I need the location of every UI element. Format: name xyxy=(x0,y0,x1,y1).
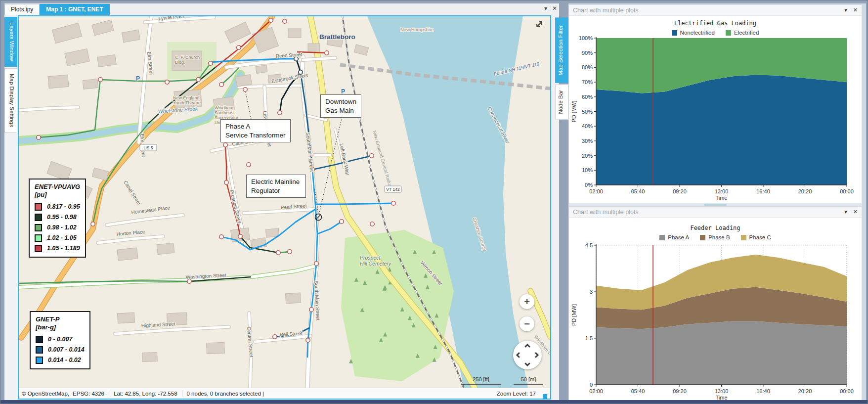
legend-series-label: Nonelectrified xyxy=(680,30,715,36)
fullscreen-arrow-icon[interactable] xyxy=(535,20,543,28)
x-tick-label: 09:20 xyxy=(673,188,687,194)
legend-swatch xyxy=(36,346,43,354)
dock-tab-map-selection-filter[interactable]: Map Selection Filter xyxy=(555,18,568,83)
legend-range-label: 0 - 0.007 xyxy=(48,336,72,343)
network-node xyxy=(247,163,251,167)
legend-swatch xyxy=(35,234,42,242)
legend-title: GNET-P [bar-g] xyxy=(36,315,85,332)
network-node xyxy=(370,222,374,226)
zoom-in-button[interactable]: + xyxy=(520,294,534,309)
osm-copyright: © OpenStreetMap, xyxy=(22,391,69,397)
x-tick-label: 13:00 xyxy=(715,188,729,194)
network-node xyxy=(340,220,344,224)
legend-series-label: Phase B xyxy=(708,234,730,240)
legend-swatch xyxy=(35,245,42,252)
close-icon[interactable]: ✕ xyxy=(552,5,557,12)
y-tick-label: 40% xyxy=(582,123,593,129)
tab-map1-gnet-enet[interactable]: Map 1 : GNET, ENET xyxy=(40,4,109,15)
network-node xyxy=(273,335,277,339)
legend-swatch xyxy=(35,214,42,221)
network-node xyxy=(209,61,213,65)
network-node xyxy=(283,19,287,23)
map-label: New Hampshire xyxy=(400,27,434,32)
y-tick-label: 10% xyxy=(582,167,593,173)
legend-entry: 0.014 - 0.02 xyxy=(36,357,85,364)
tab-plots-ipy[interactable]: Plots.ipy xyxy=(4,4,40,15)
legend-series-label: Electrified xyxy=(734,30,759,36)
legend-series-label: Phase A xyxy=(668,234,689,240)
x-tick-label: 09:20 xyxy=(673,388,687,394)
pan-control[interactable] xyxy=(513,341,542,369)
building xyxy=(48,75,69,88)
legend-swatch xyxy=(659,235,665,240)
legend-entry: 1.05 - 1.189 xyxy=(35,245,80,252)
chart-plot[interactable]: 0%10%20%30%40%50%60%70%80%90%100%02:0005… xyxy=(569,16,862,203)
building xyxy=(308,44,320,51)
map-annotation[interactable]: Phase AService Transformer xyxy=(220,119,291,142)
map-canvas[interactable]: Lynde PlaceElm StreetElm StreetCanal Str… xyxy=(19,16,550,388)
close-icon[interactable]: ✕ xyxy=(853,7,858,13)
legend-range-label: 0.014 - 0.02 xyxy=(48,357,81,363)
zoom-out-button[interactable]: − xyxy=(520,316,534,331)
legend-range-label: 0.007 - 0.014 xyxy=(48,346,85,353)
gnet-p-legend[interactable]: GNET-P [bar-g]0 - 0.0070.007 - 0.0140.01… xyxy=(30,311,90,369)
legend-swatch xyxy=(36,357,43,364)
chart-panel-feeder-loading: Chart with multiple plots ▾ ✕ Feeder Loa… xyxy=(568,206,862,402)
chart-legend-item[interactable]: Electrified xyxy=(726,30,759,36)
x-tick-label: 16:40 xyxy=(756,188,770,194)
legend-swatch xyxy=(35,224,42,231)
chart-header-title: Chart with multiple plots xyxy=(573,7,639,14)
chart-legend-item[interactable]: Phase C xyxy=(741,234,771,240)
latlong-readout: Lat: 42.85, Long: -72.558 xyxy=(114,391,177,397)
chart-legend-item[interactable]: Phase B xyxy=(700,234,730,240)
chevron-down-icon[interactable]: ▾ xyxy=(544,5,547,12)
x-tick-label: 20:20 xyxy=(798,388,812,394)
network-node xyxy=(278,111,282,115)
legend-swatch xyxy=(35,203,42,211)
y-tick-label: 0 xyxy=(590,382,593,388)
network-node xyxy=(370,154,374,158)
pan-up-icon xyxy=(525,345,529,347)
close-icon[interactable]: ✕ xyxy=(853,209,858,215)
chart-header: Chart with multiple plots ▾ ✕ xyxy=(569,207,862,218)
network-node xyxy=(238,234,242,238)
network-node xyxy=(37,135,41,139)
map-label: P xyxy=(341,88,345,95)
x-tick-label: 00:00 xyxy=(840,388,854,394)
y-axis-label: PD [MW] xyxy=(571,101,577,123)
network-node xyxy=(314,262,318,266)
legend-entry: 0.817 - 0.95 xyxy=(35,203,80,211)
chevron-down-icon[interactable]: ▾ xyxy=(844,209,847,215)
chart-legend-item[interactable]: Nonelectrified xyxy=(672,30,715,36)
network-node xyxy=(219,235,223,239)
y-tick-label: 100% xyxy=(579,35,593,41)
sidebar-tab-map-display-settings[interactable]: Map Display Settings xyxy=(4,68,17,133)
chart-plot[interactable]: 01.534.502:0005:4009:2013:0016:4020:2000… xyxy=(569,218,862,402)
chart-panel-gas-loading: Chart with multiple plots ▾ ✕ Electrifie… xyxy=(568,4,862,203)
app-window: Plots.ipy Map 1 : GNET, ENET ▾ ✕ Layers … xyxy=(0,0,868,404)
network-node xyxy=(165,80,169,84)
chart-legend: Phase APhase BPhase C xyxy=(569,234,862,240)
network-node xyxy=(91,222,95,226)
y-tick-label: 30% xyxy=(582,138,593,144)
network-node xyxy=(325,51,329,55)
y-tick-label: 90% xyxy=(582,50,593,56)
sidebar-tab-layers-window[interactable]: Layers Window xyxy=(4,17,17,67)
x-tick-label: 00:00 xyxy=(840,188,854,194)
svg-text:VT 142: VT 142 xyxy=(386,187,400,192)
x-tick-label: 02:00 xyxy=(589,388,603,394)
dock-tab-node-bar[interactable]: Node Bar xyxy=(555,85,568,120)
chart-legend-item[interactable]: Phase A xyxy=(659,234,689,240)
resize-grip[interactable] xyxy=(543,394,547,399)
legend-title: ENET-VPUAVG [pu] xyxy=(35,183,80,199)
y-tick-label: 3 xyxy=(590,289,593,295)
map-annotation[interactable]: Electric MainlineRegulator xyxy=(246,175,306,198)
map-svg: Lynde PlaceElm StreetElm StreetCanal Str… xyxy=(19,16,550,388)
enet-vpuavg-legend[interactable]: ENET-VPUAVG [pu]0.817 - 0.950.95 - 0.980… xyxy=(29,179,86,258)
area-series-phase-a xyxy=(596,321,847,385)
map-annotation[interactable]: DowntownGas Main xyxy=(320,94,361,118)
network-node xyxy=(391,201,395,205)
zoom-level-readout: Zoom Level: 17 xyxy=(497,391,536,397)
chevron-down-icon[interactable]: ▾ xyxy=(844,7,847,13)
x-tick-label: 13:00 xyxy=(715,388,729,394)
